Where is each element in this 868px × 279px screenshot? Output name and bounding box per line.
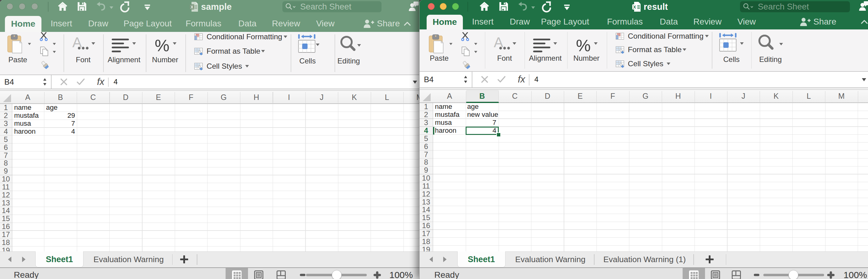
- svg-text:X: X: [633, 5, 636, 9]
- svg-text:X: X: [191, 5, 194, 9]
